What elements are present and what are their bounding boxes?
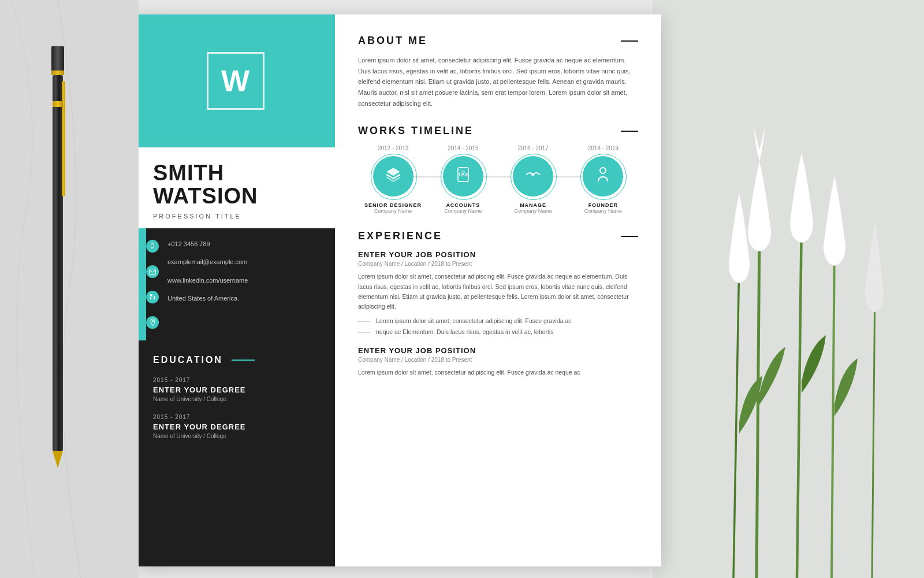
bullet-list: —— Lorem ipsum dolor sit amet, consectet… [358, 317, 638, 338]
timeline-icon-3 [583, 156, 623, 197]
experience-section: EXPERIENCE ENTER YOUR JOB POSITION Compa… [358, 230, 638, 377]
about-header: ABOUT ME [358, 35, 638, 47]
timeline-year-1: 2014 - 2015 [431, 145, 495, 151]
name-area: SMITH WATSION PROFESSION TITLE [136, 147, 335, 228]
bullet-dash: —— [358, 328, 370, 337]
job-title-1: ENTER YOUR JOB POSITION [358, 346, 638, 355]
phone-icon [146, 240, 159, 253]
timeline-header: WORKS TIMELINE [358, 125, 638, 137]
timeline-title: WORKS TIMELINE [358, 125, 474, 137]
timeline-role-3: FOUNDER [571, 202, 635, 208]
svg-rect-11 [150, 297, 151, 299]
contact-phone: +012 3456 789 [167, 240, 326, 249]
edu-university-1: Name of University / College [153, 433, 318, 439]
last-name: WATSION [153, 185, 318, 208]
about-section: ABOUT ME Lorem ipsum dolor sit amet, con… [358, 35, 638, 109]
timeline-company-3: Company Name [571, 208, 635, 214]
timeline-icon-2 [513, 156, 553, 197]
edu-university-0: Name of University / College [153, 396, 318, 402]
bullet-item-0: —— Lorem ipsum dolor sit amet, consectet… [358, 317, 638, 326]
job-desc-0: Lorem ipsum dolor sit amet, consectetur … [358, 272, 638, 312]
timeline-company-0: Company Name [362, 208, 425, 214]
svg-point-17 [600, 168, 606, 173]
education-items: 2015 - 2017 ENTER YOUR DEGREE Name of Un… [153, 377, 318, 439]
edu-year-0: 2015 - 2017 [153, 377, 318, 383]
left-panel: W SMITH WATSION PROFESSION TITLE [136, 14, 335, 566]
education-item-0: 2015 - 2017 ENTER YOUR DEGREE Name of Un… [153, 377, 318, 402]
handshake-icon [525, 168, 541, 185]
contact-email: examplemail@example.com [167, 258, 326, 266]
education-item-1: 2015 - 2017 ENTER YOUR DEGREE Name of Un… [153, 414, 318, 439]
works-timeline-section: WORKS TIMELINE 2012 - 20132014 - 2015201… [358, 125, 638, 214]
education-section: EDUCATION 2015 - 2017 ENTER YOUR DEGREE … [136, 340, 335, 566]
svg-point-16 [532, 173, 535, 176]
experience-title-line [621, 236, 638, 237]
timeline-year-0: 2012 - 2013 [362, 145, 425, 151]
person-icon [596, 166, 610, 186]
timeline-label-0: SENIOR DESIGNER Company Name [362, 202, 425, 214]
job-title-0: ENTER YOUR JOB POSITION [358, 250, 638, 259]
timeline-role-1: ACCOUNTS [431, 202, 495, 208]
contact-details: +012 3456 789 examplemail@example.com ww… [159, 228, 335, 340]
job-meta-1: Company Name / Location / 2018 to Presen… [358, 357, 638, 363]
pen-decoration [35, 46, 81, 451]
bullet-item-1: —— neque ac Elementum. Duis lacus risus,… [358, 328, 638, 337]
timeline-role-2: MANAGE [501, 202, 565, 208]
timeline-role-0: SENIOR DESIGNER [362, 202, 425, 208]
about-title-line [621, 40, 638, 42]
experience-title: EXPERIENCE [358, 230, 442, 242]
experience-header: EXPERIENCE [358, 230, 638, 242]
timeline-label-3: FOUNDER Company Name [571, 202, 635, 214]
resume-card: W SMITH WATSION PROFESSION TITLE [136, 14, 661, 566]
job-item-0: ENTER YOUR JOB POSITION Company Name / L… [358, 250, 638, 337]
timeline-title-line [621, 131, 638, 132]
timeline-company-2: Company Name [501, 208, 565, 214]
contact-address: United States of America. [167, 294, 326, 303]
svg-text:%: % [461, 170, 465, 174]
layers-icon [385, 166, 401, 186]
svg-text:TAX: TAX [458, 172, 468, 177]
logo-letter: W [221, 64, 249, 98]
job-desc-1: Lorem ipsum dolor sit amet, consectetur … [358, 368, 638, 377]
teal-header: W [136, 14, 335, 147]
job-meta-0: Company Name / Location / 2018 to Presen… [358, 261, 638, 267]
svg-rect-1 [653, 0, 924, 578]
timeline-year-2: 2016 - 2017 [501, 145, 565, 151]
contact-linkedin: www.linkedin.com/username [167, 276, 326, 285]
linkedin-icon [146, 291, 159, 303]
timeline-year-3: 2018 - 2019 [571, 145, 635, 151]
edu-degree-1: ENTER YOUR DEGREE [153, 423, 318, 431]
education-title: EDUCATION [153, 355, 318, 365]
svg-rect-9 [150, 269, 156, 274]
timeline-company-1: Company Name [431, 208, 495, 214]
timeline-label-1: ACCOUNTS Company Name [431, 202, 495, 214]
logo-box: W [207, 52, 264, 110]
svg-rect-10 [150, 294, 152, 297]
timeline-label-2: MANAGE Company Name [501, 202, 565, 214]
timeline-icons-row: TAX % [358, 156, 638, 197]
timeline-years-row: 2012 - 20132014 - 20152016 - 20172018 - … [358, 145, 638, 151]
edu-year-1: 2015 - 2017 [153, 414, 318, 420]
first-name: SMITH [153, 162, 318, 185]
svg-point-8 [152, 247, 153, 247]
right-panel: ABOUT ME Lorem ipsum dolor sit amet, con… [335, 14, 661, 566]
timeline-labels-row: SENIOR DESIGNER Company Name ACCOUNTS Co… [358, 202, 638, 214]
bullet-text-1: neque ac Elementum. Duis lacus risus, eg… [376, 328, 554, 337]
email-icon [146, 265, 159, 278]
about-title: ABOUT ME [358, 35, 427, 47]
profession-title: PROFESSION TITLE [153, 213, 318, 220]
background-right [653, 0, 924, 578]
edu-degree-0: ENTER YOUR DEGREE [153, 386, 318, 394]
timeline-icon-0 [373, 156, 413, 197]
bullet-text-0: Lorem ipsum dolor sit amet, consectetur … [376, 317, 572, 326]
contact-icons [146, 228, 159, 340]
job-item-1: ENTER YOUR JOB POSITION Company Name / L… [358, 346, 638, 377]
svg-point-12 [152, 320, 154, 322]
bullet-dash: —— [358, 317, 370, 326]
about-text: Lorem ipsum dolor sit amet, consectetur … [358, 55, 638, 109]
location-icon [146, 316, 159, 329]
contact-section: +012 3456 789 examplemail@example.com ww… [136, 228, 335, 340]
timeline-icon-1: TAX % [443, 156, 483, 197]
svg-rect-13 [458, 168, 468, 181]
timeline-icons-container: TAX % [358, 156, 638, 197]
